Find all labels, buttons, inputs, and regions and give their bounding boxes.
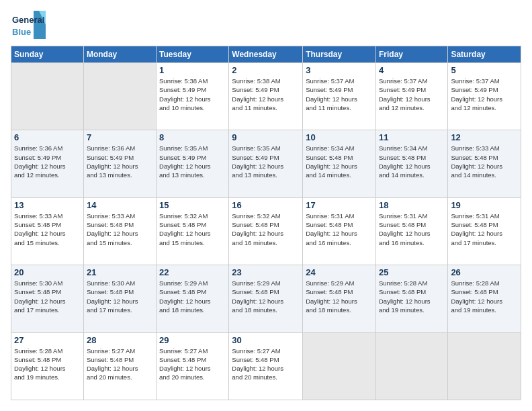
calendar-cell: 17Sunrise: 5:31 AM Sunset: 5:48 PM Dayli…	[303, 197, 376, 265]
calendar-cell	[83, 63, 156, 130]
day-info: Sunrise: 5:38 AM Sunset: 5:49 PM Dayligh…	[159, 77, 226, 112]
day-number: 1	[159, 65, 226, 75]
calendar-cell: 11Sunrise: 5:34 AM Sunset: 5:48 PM Dayli…	[375, 130, 447, 197]
day-number: 10	[306, 132, 373, 142]
day-number: 11	[379, 132, 445, 142]
calendar-cell: 21Sunrise: 5:30 AM Sunset: 5:48 PM Dayli…	[83, 265, 156, 332]
calendar-cell: 13Sunrise: 5:33 AM Sunset: 5:48 PM Dayli…	[11, 197, 84, 265]
calendar-cell: 19Sunrise: 5:31 AM Sunset: 5:48 PM Dayli…	[448, 197, 521, 265]
day-number: 15	[159, 200, 226, 210]
calendar-cell: 22Sunrise: 5:29 AM Sunset: 5:48 PM Dayli…	[157, 265, 229, 332]
calendar-cell: 18Sunrise: 5:31 AM Sunset: 5:48 PM Dayli…	[375, 197, 447, 265]
day-number: 23	[232, 267, 300, 277]
day-info: Sunrise: 5:31 AM Sunset: 5:48 PM Dayligh…	[379, 212, 445, 247]
day-info: Sunrise: 5:30 AM Sunset: 5:48 PM Dayligh…	[87, 279, 153, 314]
day-number: 24	[306, 267, 373, 277]
day-info: Sunrise: 5:29 AM Sunset: 5:48 PM Dayligh…	[306, 279, 373, 314]
day-number: 14	[87, 200, 153, 210]
calendar-cell: 12Sunrise: 5:33 AM Sunset: 5:48 PM Dayli…	[448, 130, 521, 197]
day-info: Sunrise: 5:33 AM Sunset: 5:48 PM Dayligh…	[14, 212, 81, 247]
svg-text:General: General	[12, 15, 44, 25]
calendar-cell: 8Sunrise: 5:35 AM Sunset: 5:49 PM Daylig…	[157, 130, 229, 197]
day-number: 3	[306, 65, 373, 75]
day-info: Sunrise: 5:27 AM Sunset: 5:48 PM Dayligh…	[87, 347, 153, 382]
day-number: 16	[232, 200, 300, 210]
calendar-cell: 2Sunrise: 5:38 AM Sunset: 5:49 PM Daylig…	[229, 63, 303, 130]
calendar-header-sunday: Sunday	[11, 46, 84, 63]
day-info: Sunrise: 5:34 AM Sunset: 5:48 PM Dayligh…	[379, 144, 445, 179]
calendar-cell: 30Sunrise: 5:27 AM Sunset: 5:48 PM Dayli…	[229, 332, 303, 400]
day-number: 8	[159, 132, 226, 142]
calendar-header-saturday: Saturday	[448, 46, 521, 63]
day-number: 9	[232, 132, 300, 142]
calendar-table: SundayMondayTuesdayWednesdayThursdayFrid…	[11, 46, 521, 400]
day-info: Sunrise: 5:31 AM Sunset: 5:48 PM Dayligh…	[306, 212, 373, 247]
day-info: Sunrise: 5:34 AM Sunset: 5:48 PM Dayligh…	[306, 144, 373, 179]
day-info: Sunrise: 5:30 AM Sunset: 5:48 PM Dayligh…	[14, 279, 81, 314]
calendar-cell: 25Sunrise: 5:28 AM Sunset: 5:48 PM Dayli…	[375, 265, 447, 332]
day-number: 27	[14, 335, 81, 345]
day-number: 7	[87, 132, 153, 142]
day-number: 2	[232, 65, 300, 75]
calendar-cell: 27Sunrise: 5:28 AM Sunset: 5:48 PM Dayli…	[11, 332, 84, 400]
day-info: Sunrise: 5:28 AM Sunset: 5:48 PM Dayligh…	[451, 279, 518, 314]
calendar-header-tuesday: Tuesday	[157, 46, 229, 63]
header: GeneralBlue	[11, 11, 521, 39]
day-info: Sunrise: 5:37 AM Sunset: 5:49 PM Dayligh…	[379, 77, 445, 112]
calendar-week-4: 20Sunrise: 5:30 AM Sunset: 5:48 PM Dayli…	[11, 265, 521, 332]
calendar-cell	[11, 63, 84, 130]
day-info: Sunrise: 5:33 AM Sunset: 5:48 PM Dayligh…	[87, 212, 153, 247]
calendar-cell: 23Sunrise: 5:29 AM Sunset: 5:48 PM Dayli…	[229, 265, 303, 332]
calendar-cell	[375, 332, 447, 400]
calendar-cell: 24Sunrise: 5:29 AM Sunset: 5:48 PM Dayli…	[303, 265, 376, 332]
day-number: 12	[451, 132, 518, 142]
day-info: Sunrise: 5:27 AM Sunset: 5:48 PM Dayligh…	[232, 347, 300, 382]
calendar-cell: 29Sunrise: 5:27 AM Sunset: 5:48 PM Dayli…	[157, 332, 229, 400]
day-number: 26	[451, 267, 518, 277]
day-number: 30	[232, 335, 300, 345]
day-number: 13	[14, 200, 81, 210]
calendar-cell: 26Sunrise: 5:28 AM Sunset: 5:48 PM Dayli…	[448, 265, 521, 332]
calendar-cell: 15Sunrise: 5:32 AM Sunset: 5:48 PM Dayli…	[157, 197, 229, 265]
day-info: Sunrise: 5:36 AM Sunset: 5:49 PM Dayligh…	[14, 144, 81, 179]
logo: GeneralBlue	[11, 11, 46, 39]
day-number: 5	[451, 65, 518, 75]
day-info: Sunrise: 5:32 AM Sunset: 5:48 PM Dayligh…	[232, 212, 300, 247]
calendar-cell: 28Sunrise: 5:27 AM Sunset: 5:48 PM Dayli…	[83, 332, 156, 400]
day-info: Sunrise: 5:35 AM Sunset: 5:49 PM Dayligh…	[232, 144, 300, 179]
calendar-cell: 5Sunrise: 5:37 AM Sunset: 5:49 PM Daylig…	[448, 63, 521, 130]
calendar-week-1: 1Sunrise: 5:38 AM Sunset: 5:49 PM Daylig…	[11, 63, 521, 130]
day-number: 28	[87, 335, 153, 345]
day-number: 25	[379, 267, 445, 277]
day-info: Sunrise: 5:37 AM Sunset: 5:49 PM Dayligh…	[306, 77, 373, 112]
day-info: Sunrise: 5:36 AM Sunset: 5:49 PM Dayligh…	[87, 144, 153, 179]
calendar-cell	[303, 332, 376, 400]
day-info: Sunrise: 5:38 AM Sunset: 5:49 PM Dayligh…	[232, 77, 300, 112]
day-number: 18	[379, 200, 445, 210]
calendar-week-2: 6Sunrise: 5:36 AM Sunset: 5:49 PM Daylig…	[11, 130, 521, 197]
day-info: Sunrise: 5:29 AM Sunset: 5:48 PM Dayligh…	[232, 279, 300, 314]
day-info: Sunrise: 5:28 AM Sunset: 5:48 PM Dayligh…	[379, 279, 445, 314]
calendar-week-5: 27Sunrise: 5:28 AM Sunset: 5:48 PM Dayli…	[11, 332, 521, 400]
calendar-cell: 14Sunrise: 5:33 AM Sunset: 5:48 PM Dayli…	[83, 197, 156, 265]
calendar-cell	[448, 332, 521, 400]
logo-svg: GeneralBlue	[11, 11, 46, 39]
calendar-cell: 7Sunrise: 5:36 AM Sunset: 5:49 PM Daylig…	[83, 130, 156, 197]
day-info: Sunrise: 5:32 AM Sunset: 5:48 PM Dayligh…	[159, 212, 226, 247]
day-number: 6	[14, 132, 81, 142]
day-number: 17	[306, 200, 373, 210]
calendar-header-row: SundayMondayTuesdayWednesdayThursdayFrid…	[11, 46, 521, 63]
day-info: Sunrise: 5:28 AM Sunset: 5:48 PM Dayligh…	[14, 347, 81, 382]
day-info: Sunrise: 5:31 AM Sunset: 5:48 PM Dayligh…	[451, 212, 518, 247]
calendar-cell: 3Sunrise: 5:37 AM Sunset: 5:49 PM Daylig…	[303, 63, 376, 130]
calendar-header-wednesday: Wednesday	[229, 46, 303, 63]
day-number: 29	[159, 335, 226, 345]
calendar-week-3: 13Sunrise: 5:33 AM Sunset: 5:48 PM Dayli…	[11, 197, 521, 265]
day-number: 22	[159, 267, 226, 277]
calendar-header-friday: Friday	[375, 46, 447, 63]
day-number: 21	[87, 267, 153, 277]
calendar-header-monday: Monday	[83, 46, 156, 63]
svg-text:Blue: Blue	[12, 27, 31, 37]
calendar-cell: 1Sunrise: 5:38 AM Sunset: 5:49 PM Daylig…	[157, 63, 229, 130]
day-info: Sunrise: 5:37 AM Sunset: 5:49 PM Dayligh…	[451, 77, 518, 112]
